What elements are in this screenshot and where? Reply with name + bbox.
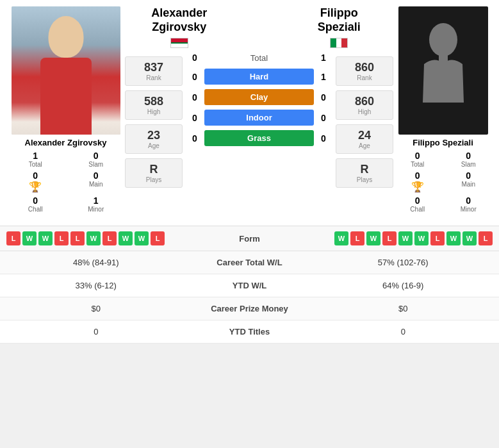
right-form-badges: WLWLWWLWWL <box>288 231 493 245</box>
left-rank-lbl: Rank <box>131 74 177 81</box>
left-age-num: 23 <box>131 129 177 142</box>
total-score-left: 0 <box>185 53 204 63</box>
form-badge-w: W <box>398 231 413 245</box>
total-label: Total <box>204 53 314 63</box>
left-stat-minor: 1 Minor <box>67 195 126 213</box>
right-mast-value: 0 <box>393 170 442 181</box>
right-stat-chall: 0 Chall <box>393 195 442 213</box>
right-high-lbl: High <box>341 108 388 115</box>
right-main-label: Main <box>445 181 493 188</box>
clay-button[interactable]: Clay <box>204 89 314 105</box>
indoor-button[interactable]: Indoor <box>204 110 314 126</box>
bottom-section: LWWLLWLWWL Form WLWLWWLWWL 48% (84-91) C… <box>0 226 499 344</box>
form-badge-l: L <box>382 231 397 245</box>
left-total-value: 1 <box>6 151 65 161</box>
left-age-card: 23 Age <box>125 124 183 154</box>
form-badge-w: W <box>334 231 348 245</box>
total-line: 0 Total 1 <box>185 53 333 63</box>
right-plays-lbl: Plays <box>341 176 388 183</box>
right-slam-value: 0 <box>445 151 493 161</box>
career-wl-row: 48% (84-91) Career Total W/L 57% (102-76… <box>0 251 499 274</box>
right-name-header: Filippo Speziali <box>285 6 394 34</box>
left-slam-label: Slam <box>67 161 126 168</box>
left-name-header: Alexander Zgirovsky <box>125 6 234 34</box>
left-player-name: Alexander Zgirovsky <box>25 138 107 147</box>
right-stat-minor: 0 Minor <box>445 195 493 213</box>
right-career-prize: $0 <box>314 304 493 313</box>
it-flag-icon <box>330 38 348 48</box>
grass-score-right: 0 <box>314 133 333 144</box>
left-chall-label: Chall <box>6 206 65 213</box>
right-player-name: Filippo Speziali <box>413 138 473 147</box>
form-badge-l: L <box>6 231 20 245</box>
left-stat-total: 1 Total <box>6 151 65 168</box>
silhouette-icon <box>418 19 469 122</box>
left-mast-label: 🏆 <box>6 181 65 193</box>
left-rank-num: 837 <box>131 61 177 74</box>
right-trophy-icon: 🏆 <box>411 181 424 192</box>
form-badge-w: W <box>38 231 53 245</box>
left-ytd-titles: 0 <box>6 327 186 336</box>
form-badge-l: L <box>430 231 445 245</box>
form-badge-w: W <box>86 231 101 245</box>
left-slam-value: 0 <box>67 151 126 161</box>
form-badge-l: L <box>54 231 69 245</box>
left-minor-value: 1 <box>67 195 126 206</box>
right-plays-card: R Plays <box>336 158 393 188</box>
career-prize-label: Career Prize Money <box>186 304 314 313</box>
form-badge-l: L <box>151 231 165 245</box>
left-ytd-wl: 33% (6-12) <box>6 281 186 290</box>
right-slam-label: Slam <box>445 161 493 168</box>
career-prize-row: $0 Career Prize Money $0 <box>0 297 499 320</box>
svg-point-0 <box>429 23 457 56</box>
left-player-photo <box>12 6 120 135</box>
left-stat-mast: 0 🏆 <box>6 170 65 193</box>
hard-button[interactable]: Hard <box>204 69 314 85</box>
hard-score-right: 1 <box>314 72 333 82</box>
left-player-column: Alexander Zgirovsky 1 Total 0 Slam 0 🏆 <box>6 6 125 213</box>
left-career-prize: $0 <box>6 304 186 313</box>
right-player-stats: 0 Total 0 Slam 0 🏆 0 Main <box>393 151 493 213</box>
ytd-titles-row: 0 YTD Titles 0 <box>0 320 499 344</box>
form-badge-l: L <box>70 231 85 245</box>
left-plays-lbl: Plays <box>131 176 177 183</box>
career-wl-label: Career Total W/L <box>186 258 314 267</box>
left-main-label: Main <box>67 181 126 188</box>
form-badge-w: W <box>366 231 380 245</box>
right-ytd-wl: 64% (16-9) <box>314 281 493 290</box>
grass-score-left: 0 <box>185 133 204 144</box>
form-badge-l: L <box>479 231 493 245</box>
left-stat-chall: 0 Chall <box>6 195 65 213</box>
left-high-num: 588 <box>131 95 177 108</box>
hard-line: 0 Hard 1 <box>185 69 333 85</box>
left-stat-main: 0 Main <box>67 170 126 193</box>
form-row: LWWLLWLWWL Form WLWLWWLWWL <box>0 226 499 251</box>
right-total-label: Total <box>393 161 442 168</box>
right-minor-value: 0 <box>445 195 493 206</box>
clay-score-right: 0 <box>314 92 333 103</box>
right-career-wl: 57% (102-76) <box>314 258 493 267</box>
indoor-score-right: 0 <box>314 113 333 123</box>
left-chall-value: 0 <box>6 195 65 206</box>
by-flag-icon <box>170 38 188 48</box>
grass-button[interactable]: Grass <box>204 130 314 146</box>
right-age-num: 24 <box>341 129 388 142</box>
left-form-badges: LWWLLWLWWL <box>6 231 211 245</box>
left-career-wl: 48% (84-91) <box>6 258 186 267</box>
right-age-card: 24 Age <box>336 124 393 154</box>
right-total-value: 0 <box>393 151 442 161</box>
right-rank-card: 860 Rank <box>336 56 393 86</box>
ytd-titles-label: YTD Titles <box>186 327 314 336</box>
left-player-name-header: Alexander Zgirovsky <box>125 6 234 48</box>
left-player-stats: 1 Total 0 Slam 0 🏆 0 Main <box>6 151 125 213</box>
left-age-lbl: Age <box>131 142 177 149</box>
right-flag <box>285 37 394 48</box>
form-badge-w: W <box>462 231 477 245</box>
form-badge-l: L <box>102 231 117 245</box>
left-mast-value: 0 <box>6 170 65 181</box>
center-column: Alexander Zgirovsky Filippo Speziali <box>125 6 393 213</box>
form-badge-l: L <box>350 231 364 245</box>
left-stat-cards: 837 Rank 588 High 23 Age R Plays <box>125 55 183 189</box>
form-badge-w: W <box>135 231 149 245</box>
right-age-lbl: Age <box>341 142 388 149</box>
